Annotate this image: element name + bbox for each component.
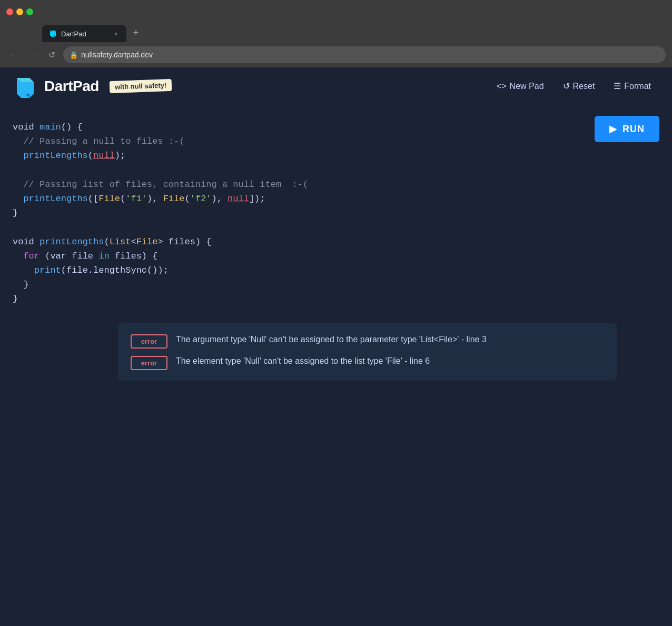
- null-safety-badge: with null safety!: [110, 79, 172, 93]
- app-title: DartPad: [44, 78, 99, 95]
- browser-chrome: DartPad × + ← → ↺ 🔒 nullsafety.dartpad.d…: [0, 0, 672, 67]
- lock-icon: 🔒: [70, 51, 78, 59]
- back-button[interactable]: ←: [6, 47, 21, 62]
- app-container: DartPad with null safety! <> New Pad ↺ R…: [0, 67, 672, 626]
- run-icon: ▶: [609, 123, 617, 135]
- reset-button[interactable]: ↺ Reset: [555, 77, 604, 95]
- tab-bar: DartPad × +: [0, 23, 672, 42]
- error-row-1: error The argument type 'Null' can't be …: [131, 333, 605, 349]
- refresh-button[interactable]: ↺: [44, 47, 59, 62]
- reset-icon: ↺: [563, 81, 570, 91]
- app-header: DartPad with null safety! <> New Pad ↺ R…: [0, 67, 672, 105]
- header-actions: <> New Pad ↺ Reset ☰ Format: [488, 77, 659, 95]
- code-line-4: [13, 163, 659, 177]
- format-label: Format: [624, 82, 651, 91]
- new-tab-button[interactable]: +: [129, 25, 143, 40]
- tab-close-button[interactable]: ×: [112, 29, 120, 38]
- error-message-1: The argument type 'Null' can't be assign…: [176, 333, 487, 346]
- editor-area: ▶ RUN void main() { // Passing a null to…: [0, 105, 672, 404]
- code-line-12: }: [13, 277, 659, 292]
- format-button[interactable]: ☰ Format: [605, 77, 659, 95]
- new-pad-label: New Pad: [510, 82, 544, 91]
- reset-label: Reset: [573, 82, 595, 91]
- forward-button[interactable]: →: [25, 47, 40, 62]
- maximize-traffic-light[interactable]: [26, 8, 33, 15]
- new-pad-button[interactable]: <> New Pad: [488, 77, 552, 95]
- code-line-1: void main() {: [13, 120, 659, 134]
- error-badge-2: error: [131, 356, 167, 370]
- code-editor[interactable]: void main() { // Passing a null to files…: [13, 116, 659, 310]
- browser-tab[interactable]: DartPad ×: [42, 25, 126, 42]
- code-line-8: [13, 220, 659, 234]
- title-bar: [0, 0, 672, 23]
- code-line-3: printLengths(null);: [13, 148, 659, 163]
- code-line-2: // Passing a null to files :-(: [13, 134, 659, 148]
- code-line-9: void printLengths(List<File> files) {: [13, 235, 659, 249]
- code-line-5: // Passing list of files, containing a n…: [13, 177, 659, 192]
- format-icon: ☰: [614, 81, 621, 91]
- minimize-traffic-light[interactable]: [16, 8, 23, 15]
- traffic-lights: [6, 8, 33, 15]
- tab-title: DartPad: [61, 30, 107, 38]
- dart-logo: [13, 75, 36, 98]
- address-text: nullsafety.dartpad.dev: [81, 51, 153, 59]
- new-pad-icon: <>: [497, 82, 507, 91]
- error-badge-1: error: [131, 334, 167, 349]
- code-line-13: }: [13, 292, 659, 306]
- code-line-11: print(file.lengthSync());: [13, 263, 659, 277]
- code-line-6: printLengths([File('f1'), File('f2'), nu…: [13, 192, 659, 206]
- run-label: RUN: [622, 124, 645, 135]
- error-panel: error The argument type 'Null' can't be …: [118, 323, 617, 381]
- error-message-2: The element type 'Null' can't be assigne…: [176, 355, 430, 367]
- run-button-wrap: ▶ RUN: [595, 116, 659, 142]
- code-line-10: for (var file in files) {: [13, 249, 659, 263]
- address-input[interactable]: 🔒 nullsafety.dartpad.dev: [63, 46, 666, 63]
- run-button[interactable]: ▶ RUN: [595, 116, 659, 142]
- close-traffic-light[interactable]: [6, 8, 13, 15]
- tab-favicon: [48, 29, 57, 38]
- error-row-2: error The element type 'Null' can't be a…: [131, 355, 605, 370]
- code-line-7: }: [13, 206, 659, 220]
- address-bar: ← → ↺ 🔒 nullsafety.dartpad.dev: [0, 42, 672, 67]
